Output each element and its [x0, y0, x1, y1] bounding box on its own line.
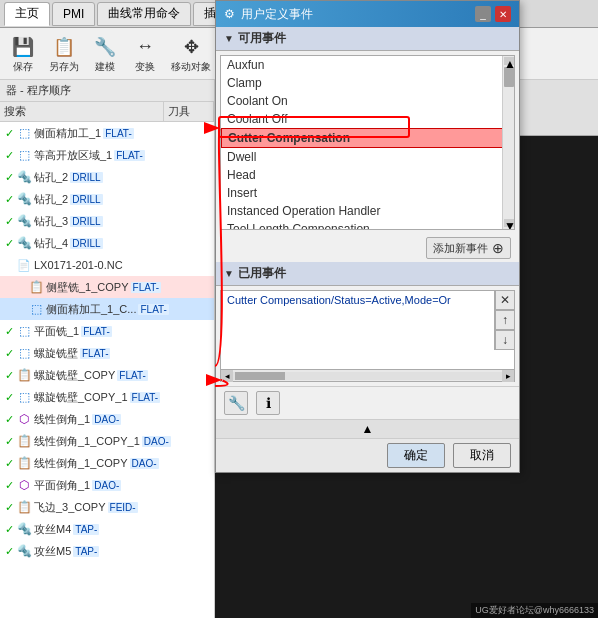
tool-20: TAP- — [73, 546, 99, 557]
event-tool-length[interactable]: Tool Length Compensation — [221, 220, 514, 229]
add-new-event-btn[interactable]: 添加新事件 ⊕ — [426, 237, 511, 259]
ok-button[interactable]: 确定 — [387, 443, 445, 468]
used-event-up-btn[interactable]: ↑ — [495, 310, 515, 330]
saveas-button[interactable]: 📋 另存为 — [44, 31, 84, 77]
tab-curve[interactable]: 曲线常用命令 — [97, 2, 191, 26]
tree-item-20[interactable]: ✓ 🔩 攻丝M5 TAP- — [0, 540, 214, 562]
tab-pmi[interactable]: PMI — [52, 2, 95, 26]
used-events-scrollbar[interactable]: ◂ ▸ — [220, 370, 515, 382]
check-19: ✓ — [2, 522, 16, 536]
scrollbar-up-btn[interactable]: ▲ — [504, 57, 514, 65]
tree-item-8[interactable]: 📋 侧壁铣_1_COPY FLAT- — [0, 276, 214, 298]
build-button[interactable]: 🔧 建模 — [86, 31, 124, 77]
left-panel: 器 - 程序顺序 搜索 刀具 ✓ ⬚ 侧面精加工_1 FLAT- ✓ ⬚ 等高 — [0, 80, 215, 618]
hscroll-thumb[interactable] — [235, 372, 285, 380]
used-events-box: Cutter Compensation/Status=Active,Mode=O… — [220, 290, 515, 370]
used-event-1[interactable]: Cutter Compensation/Status=Active,Mode=O… — [221, 291, 492, 309]
tree-item-13[interactable]: ✓ ⬚ 螺旋铣壁_COPY_1 FLAT- — [0, 386, 214, 408]
label-17: 平面倒角_1 — [34, 478, 90, 493]
build-label: 建模 — [95, 60, 115, 74]
label-8: 侧壁铣_1_COPY — [46, 280, 129, 295]
tool-10: FLAT- — [81, 326, 111, 337]
label-20: 攻丝M5 — [34, 544, 71, 559]
event-clamp[interactable]: Clamp — [221, 74, 514, 92]
tree-item-12[interactable]: ✓ 📋 螺旋铣壁_COPY FLAT- — [0, 364, 214, 386]
move-button[interactable]: ✥ 移动对象 — [166, 31, 216, 77]
dialog-collapse-bar[interactable]: ▲ — [216, 419, 519, 438]
mill-icon-11: ⬚ — [16, 345, 32, 361]
tree-item-19[interactable]: ✓ 🔩 攻丝M4 TAP- — [0, 518, 214, 540]
tree-item-11[interactable]: ✓ ⬚ 螺旋铣壁 FLAT- — [0, 342, 214, 364]
used-events-label: 已用事件 — [238, 265, 286, 282]
scrollbar-down-btn[interactable]: ▼ — [504, 219, 514, 227]
check-9 — [14, 302, 28, 316]
event-coolanon[interactable]: Coolant On — [221, 92, 514, 110]
tree-item-2[interactable]: ✓ ⬚ 等高开放区域_1 FLAT- — [0, 144, 214, 166]
label-6: 钻孔_4 — [34, 236, 68, 251]
col-name: 搜索 — [0, 102, 164, 121]
settings-tool-icon: 🔧 — [228, 395, 245, 411]
dao-icon-14: ⬡ — [16, 411, 32, 427]
check-13: ✓ — [2, 390, 16, 404]
settings-tool-btn[interactable]: 🔧 — [224, 391, 248, 415]
tree-item-6[interactable]: ✓ 🔩 钻孔_4 DRILL — [0, 232, 214, 254]
drill-icon-3: 🔩 — [16, 169, 32, 185]
collapse-icon: ▲ — [362, 422, 374, 436]
tool-17: DAO- — [92, 480, 121, 491]
copy-icon-8: 📋 — [28, 279, 44, 295]
available-events-label: 可用事件 — [238, 30, 286, 47]
cancel-button[interactable]: 取消 — [453, 443, 511, 468]
tree-item-18[interactable]: ✓ 📋 飞边_3_COPY FEID- — [0, 496, 214, 518]
hscroll-left-btn[interactable]: ◂ — [221, 370, 233, 382]
tree-item-16[interactable]: ✓ 📋 线性倒角_1_COPY DAO- — [0, 452, 214, 474]
events-list-scrollbar[interactable]: ▲ ▼ — [502, 56, 514, 229]
check-20: ✓ — [2, 544, 16, 558]
event-auxfun[interactable]: Auxfun — [221, 56, 514, 74]
tree-item-1[interactable]: ✓ ⬚ 侧面精加工_1 FLAT- — [0, 122, 214, 144]
tool-3: DRILL — [70, 172, 102, 183]
available-events-list[interactable]: Auxfun Clamp Coolant On Coolant Off Cutt… — [221, 56, 514, 229]
tree-item-10[interactable]: ✓ ⬚ 平面铣_1 FLAT- — [0, 320, 214, 342]
move-label: 移动对象 — [171, 60, 211, 74]
dialog-close-btn[interactable]: ✕ — [495, 6, 511, 22]
dialog-minimize-btn[interactable]: _ — [475, 6, 491, 22]
event-coolantoff[interactable]: Coolant Off — [221, 110, 514, 128]
event-insert[interactable]: Insert — [221, 184, 514, 202]
mill-icon-2: ⬚ — [16, 147, 32, 163]
transform-label: 变换 — [135, 60, 155, 74]
tree-item-4[interactable]: ✓ 🔩 钻孔_2 DRILL — [0, 188, 214, 210]
check-12: ✓ — [2, 368, 16, 382]
used-event-down-btn[interactable]: ↓ — [495, 330, 515, 350]
tool-6: DRILL — [70, 238, 102, 249]
hscroll-track[interactable] — [233, 372, 502, 380]
used-events-header: ▼ 已用事件 — [216, 262, 519, 286]
tree-container[interactable]: ✓ ⬚ 侧面精加工_1 FLAT- ✓ ⬚ 等高开放区域_1 FLAT- ✓ 🔩… — [0, 122, 214, 618]
event-head[interactable]: Head — [221, 166, 514, 184]
used-event-delete-btn[interactable]: ✕ — [495, 290, 515, 310]
tree-item-7[interactable]: 📄 LX0171-201-0.NC — [0, 254, 214, 276]
label-1: 侧面精加工_1 — [34, 126, 101, 141]
info-tool-btn[interactable]: ℹ — [256, 391, 280, 415]
transform-icon: ↔ — [131, 34, 159, 60]
check-8 — [14, 280, 28, 294]
tool-row: 🔧 ℹ — [216, 386, 519, 419]
tree-item-14[interactable]: ✓ ⬡ 线性倒角_1 DAO- — [0, 408, 214, 430]
transform-button[interactable]: ↔ 变换 — [126, 31, 164, 77]
tab-main[interactable]: 主页 — [4, 2, 50, 26]
tree-item-5[interactable]: ✓ 🔩 钻孔_3 DRILL — [0, 210, 214, 232]
tree-item-9[interactable]: ⬚ 侧面精加工_1_C... FLAT- — [0, 298, 214, 320]
copy-icon-12: 📋 — [16, 367, 32, 383]
event-cutter-comp[interactable]: Cutter Compensation — [221, 128, 514, 148]
copy-icon-18: 📋 — [16, 499, 32, 515]
available-events-header: ▼ 可用事件 — [216, 27, 519, 51]
event-instanced[interactable]: Instanced Operation Handler — [221, 202, 514, 220]
drill-icon-19: 🔩 — [16, 521, 32, 537]
save-button[interactable]: 💾 保存 — [4, 31, 42, 77]
tree-item-15[interactable]: ✓ 📋 线性倒角_1_COPY_1 DAO- — [0, 430, 214, 452]
hscroll-right-btn[interactable]: ▸ — [502, 370, 514, 382]
user-event-dialog: ⚙ 用户定义事件 _ ✕ ▼ 可用事件 Auxfun Clamp Coolant… — [215, 0, 520, 473]
event-dwell[interactable]: Dwell — [221, 148, 514, 166]
tree-item-17[interactable]: ✓ ⬡ 平面倒角_1 DAO- — [0, 474, 214, 496]
tool-13: FLAT- — [130, 392, 160, 403]
tree-item-3[interactable]: ✓ 🔩 钻孔_2 DRILL — [0, 166, 214, 188]
